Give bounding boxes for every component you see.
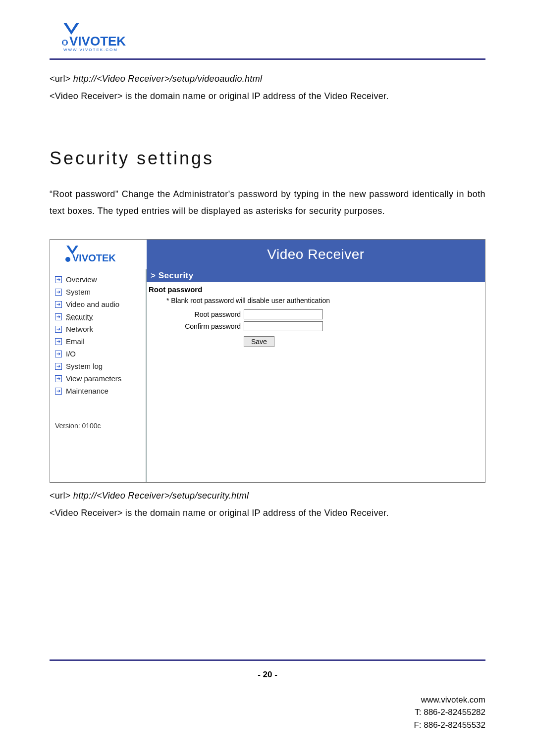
save-button[interactable]: Save [244,336,274,347]
section-heading: Security settings [50,148,485,169]
footer-fax: F: 886-2-82455532 [50,719,485,732]
sidebar-item-system[interactable]: ➔ System [50,286,146,298]
ui-brand-logo: VIVOTEK [50,244,147,265]
sidebar-item-label: Security [66,312,93,321]
sidebar-item-label: View parameters [66,374,121,383]
footer-website: www.vivotek.com [50,694,485,706]
sidebar-item-label: System [66,288,91,296]
footer-contact: www.vivotek.com T: 886-2-82455282 F: 886… [50,694,485,732]
breadcrumb: > Security [147,269,485,282]
ui-main: > Security Root password * Blank root pa… [147,269,485,482]
arrow-right-icon: ➔ [55,313,62,320]
divider-top [50,58,485,60]
sidebar-item-video-audio[interactable]: ➔ Video and audio [50,298,146,310]
arrow-right-icon: ➔ [55,301,62,308]
url-label-top: <url> [50,74,71,84]
arrow-right-icon: ➔ [55,276,62,283]
desc-bottom: <Video Receiver> is the domain name or o… [50,506,485,520]
svg-text:VIVOTEK: VIVOTEK [69,34,126,49]
sidebar-item-label: I/O [66,350,76,358]
confirm-password-label: Confirm password [147,322,244,330]
sidebar-item-label: Email [66,337,85,346]
desc-top: <Video Receiver> is the domain name or o… [50,89,485,103]
sidebar-item-label: Network [66,325,93,333]
ui-header-title: Video Receiver [147,240,485,269]
sidebar-item-io[interactable]: ➔ I/O [50,348,146,360]
ui-screenshot: VIVOTEK Video Receiver ➔ Overview ➔ Syst… [50,239,485,483]
arrow-right-icon: ➔ [55,363,62,370]
password-hint: * Blank root password will disable user … [147,296,485,308]
sidebar-item-system-log[interactable]: ➔ System log [50,360,146,372]
root-password-label: Root password [147,310,244,318]
arrow-right-icon: ➔ [55,375,62,382]
arrow-right-icon: ➔ [55,338,62,345]
sidebar-item-label: Overview [66,275,97,284]
svg-rect-1 [63,41,66,45]
page-number: - 20 - [50,670,485,680]
footer-tel: T: 886-2-82455282 [50,706,485,719]
url-label-bottom: <url> [50,491,71,501]
url-line-top: <url> http://<Video Receiver>/setup/vide… [50,74,485,84]
sidebar-item-overview[interactable]: ➔ Overview [50,273,146,286]
section-body: “Root password” Change the Administrator… [50,186,485,219]
panel-title: Root password [147,282,485,296]
sidebar-item-label: System log [66,362,103,370]
url-path-bottom: http://<Video Receiver>/setup/security.h… [73,491,249,501]
version-text: Version: 0100c [50,397,146,437]
sidebar-item-view-parameters[interactable]: ➔ View parameters [50,372,146,385]
confirm-password-input[interactable] [244,321,323,331]
url-path-top: http://<Video Receiver>/setup/videoaudio… [73,74,262,84]
arrow-right-icon: ➔ [55,351,62,357]
divider-footer [50,659,485,661]
url-line-bottom: <url> http://<Video Receiver>/setup/secu… [50,491,485,501]
root-password-input[interactable] [244,309,323,319]
sidebar-item-label: Maintenance [66,387,108,395]
arrow-right-icon: ➔ [55,326,62,333]
arrow-right-icon: ➔ [55,289,62,296]
sidebar-item-email[interactable]: ➔ Email [50,335,146,348]
sidebar-item-security[interactable]: ➔ Security [50,310,146,323]
svg-text:VIVOTEK: VIVOTEK [72,252,116,263]
arrow-right-icon: ➔ [55,388,62,395]
sidebar-item-label: Video and audio [66,300,119,308]
sidebar-item-maintenance[interactable]: ➔ Maintenance [50,385,146,397]
brand-logo-top: VIVOTEK WWW.VIVOTEK.COM [50,20,485,52]
svg-text:WWW.VIVOTEK.COM: WWW.VIVOTEK.COM [63,48,118,52]
svg-point-4 [65,257,70,262]
ui-sidebar: ➔ Overview ➔ System ➔ Video and audio ➔ … [50,269,147,482]
sidebar-item-network[interactable]: ➔ Network [50,323,146,335]
